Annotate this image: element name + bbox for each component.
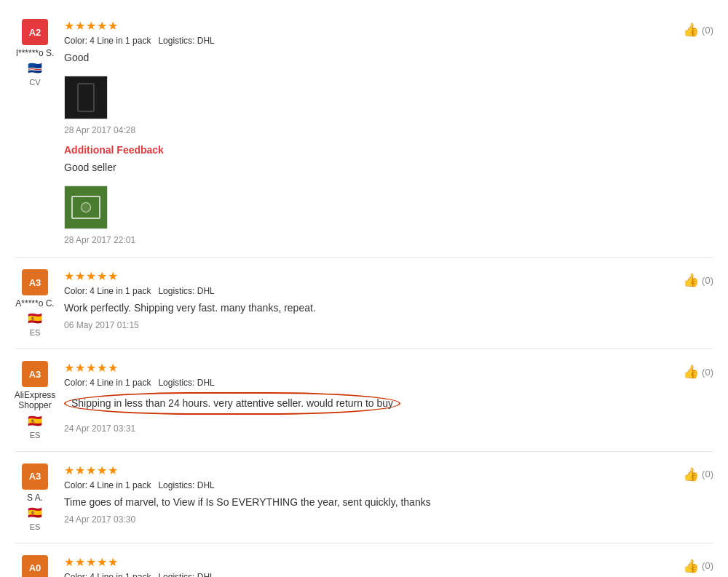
color-value: 4 Line in 1 pack [90, 480, 151, 490]
color-value: 4 Line in 1 pack [90, 36, 151, 46]
logistics-value: DHL [197, 480, 215, 490]
username: S A. [27, 493, 43, 503]
star-3: ★ [86, 463, 96, 477]
user-info: A3 A*****o C. 🇪🇸 ES [15, 269, 55, 337]
user-info: A3 S A. 🇪🇸 ES [15, 463, 55, 531]
review-meta: Color: 4 Line in 1 pack Logistics: DHL [64, 572, 713, 577]
review-content: ★ ★ ★ ★ ★ Color: 4 Line in 1 pack Logist… [64, 463, 713, 525]
color-label: Color: [64, 480, 90, 490]
user-info: A2 I******o S. 🇨🇻 CV [15, 19, 55, 87]
thumbs-up-icon: 👍 [683, 364, 699, 380]
color-value: 4 Line in 1 pack [90, 572, 151, 577]
review-item: A3 S A. 🇪🇸 ES ★ ★ ★ ★ ★ Color: 4 Line in… [15, 452, 713, 544]
review-content: ★ ★ ★ ★ ★ Color: 4 Line in 1 pack Logist… [64, 19, 713, 245]
additional-feedback-date: 28 Apr 2017 22:01 [64, 235, 713, 245]
reviews-container: A2 I******o S. 🇨🇻 CV ★ ★ ★ ★ ★ Color: 4 … [0, 0, 728, 577]
image-inner [65, 76, 107, 119]
star-rating: ★ ★ ★ ★ ★ [64, 19, 713, 33]
country-code: CV [29, 78, 40, 87]
star-1: ★ [64, 463, 74, 477]
country-code: ES [30, 431, 41, 439]
color-label: Color: [64, 378, 90, 388]
logistics-label: Logistics: [158, 480, 197, 490]
flag-icon: 🇨🇻 [28, 61, 42, 75]
like-button[interactable]: 👍 (0) [683, 22, 713, 38]
username: AliExpressShopper [15, 390, 56, 411]
like-count: (0) [702, 275, 713, 286]
logistics-label: Logistics: [158, 36, 197, 46]
logistics-value: DHL [197, 378, 215, 388]
color-value: 4 Line in 1 pack [90, 286, 151, 296]
username: I******o S. [16, 48, 55, 58]
thumbs-up-icon: 👍 [683, 22, 699, 38]
star-4: ★ [97, 463, 107, 477]
logistics-value: DHL [197, 36, 215, 46]
star-2: ★ [75, 361, 85, 375]
star-rating: ★ ★ ★ ★ ★ [64, 463, 713, 477]
user-info: A3 AliExpressShopper 🇪🇸 ES [15, 361, 55, 439]
review-text: Good [64, 50, 713, 65]
review-text: Time goes of marvel, to View if Is So EV… [64, 495, 713, 510]
star-rating: ★ ★ ★ ★ ★ [64, 269, 713, 283]
like-button[interactable]: 👍 (0) [683, 466, 713, 482]
star-1: ★ [64, 269, 74, 283]
star-5-half: ★ [108, 269, 118, 283]
avatar: A3 [22, 361, 48, 387]
star-3: ★ [86, 19, 96, 33]
review-content: ★ ★ ★ ★ ★ Color: 4 Line in 1 pack Logist… [64, 555, 713, 577]
star-4: ★ [97, 555, 107, 569]
star-4: ★ [97, 269, 107, 283]
review-item: A0 AliExpressShopper 🇪🇸 ES ★ ★ ★ ★ ★ Col… [15, 544, 713, 577]
country-code: ES [30, 522, 41, 531]
color-label: Color: [64, 286, 90, 296]
username: A*****o C. [15, 298, 54, 309]
additional-feedback-text: Good seller [64, 160, 713, 175]
star-3: ★ [86, 269, 96, 283]
star-2: ★ [75, 19, 85, 33]
avatar: A2 [22, 19, 48, 45]
review-date: 06 May 2017 01:15 [64, 320, 713, 330]
review-content: ★ ★ ★ ★ ★ Color: 4 Line in 1 pack Logist… [64, 361, 713, 434]
star-1: ★ [64, 555, 74, 569]
color-label: Color: [64, 36, 90, 46]
star-5-half: ★ [108, 555, 118, 569]
star-2: ★ [75, 555, 85, 569]
like-count: (0) [702, 469, 713, 479]
color-value: 4 Line in 1 pack [90, 378, 151, 388]
review-text: Shipping in less than 24 hours. very att… [64, 392, 400, 415]
like-button[interactable]: 👍 (0) [683, 364, 713, 380]
star-5-half: ★ [108, 19, 118, 33]
review-date: 28 Apr 2017 04:28 [64, 125, 713, 135]
thumbs-up-icon: 👍 [683, 272, 699, 288]
star-3: ★ [86, 361, 96, 375]
like-button[interactable]: 👍 (0) [683, 272, 713, 288]
highlight-oval: Shipping in less than 24 hours. very att… [64, 392, 400, 415]
logistics-value: DHL [197, 572, 215, 577]
additional-feedback-image [64, 186, 108, 229]
star-1: ★ [64, 19, 74, 33]
like-button[interactable]: 👍 (0) [683, 558, 713, 574]
review-content: ★ ★ ★ ★ ★ Color: 4 Line in 1 pack Logist… [64, 269, 713, 330]
review-meta: Color: 4 Line in 1 pack Logistics: DHL [64, 286, 713, 296]
flag-icon: 🇪🇸 [28, 506, 42, 520]
review-item: A2 I******o S. 🇨🇻 CV ★ ★ ★ ★ ★ Color: 4 … [15, 7, 713, 258]
star-rating: ★ ★ ★ ★ ★ [64, 361, 713, 375]
soccer-image [65, 186, 107, 228]
logistics-value: DHL [197, 286, 215, 296]
star-2: ★ [75, 269, 85, 283]
logistics-label: Logistics: [158, 572, 197, 577]
color-label: Color: [64, 572, 90, 577]
thumbs-up-icon: 👍 [683, 466, 699, 482]
flag-icon: 🇪🇸 [28, 311, 42, 325]
review-date: 24 Apr 2017 03:31 [64, 423, 713, 434]
logistics-label: Logistics: [158, 378, 197, 388]
review-text: Work perfectly. Shipping very fast. many… [64, 301, 713, 316]
avatar: A3 [22, 463, 48, 490]
avatar: A3 [22, 269, 48, 295]
star-3: ★ [86, 555, 96, 569]
user-info: A0 AliExpressShopper 🇪🇸 ES [15, 555, 55, 577]
like-count: (0) [702, 367, 713, 378]
review-meta: Color: 4 Line in 1 pack Logistics: DHL [64, 378, 713, 388]
country-code: ES [30, 328, 41, 337]
star-5-half: ★ [108, 463, 118, 477]
